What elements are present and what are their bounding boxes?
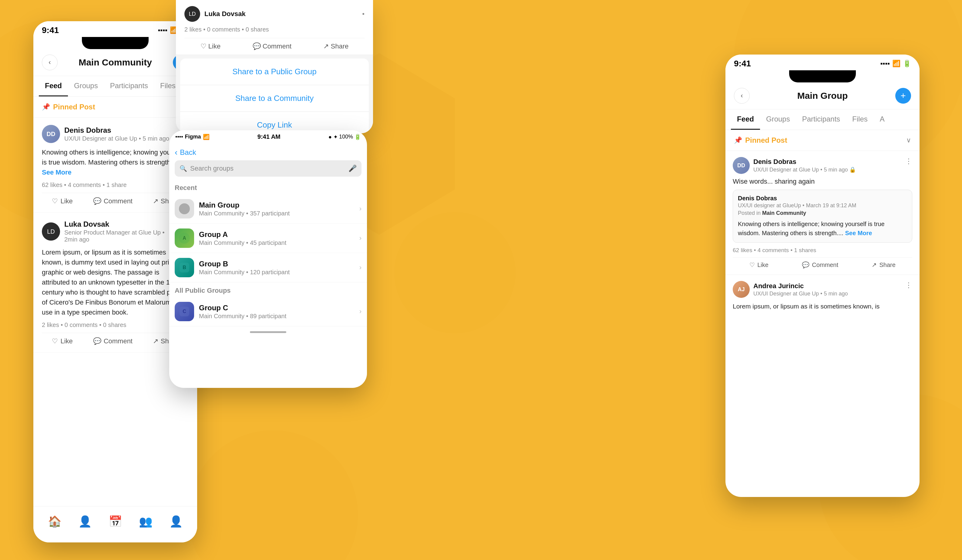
search-bar-groups[interactable]: 🔍 Search groups 🎤 bbox=[175, 160, 362, 177]
tab-participants-left[interactable]: Participants bbox=[104, 76, 154, 97]
tab-bar-left: Feed Groups Participants Files A bbox=[33, 76, 197, 97]
chevron-left-icon: ‹ bbox=[175, 148, 178, 157]
partial-like[interactable]: ♡ Like bbox=[200, 42, 221, 50]
signal-icon-right: ▪▪▪▪ bbox=[880, 60, 890, 68]
group-item-b[interactable]: B Group B Main Community • 120 participa… bbox=[169, 253, 367, 282]
pinned-section-left[interactable]: 📌 Pinned Post ∨ bbox=[33, 97, 197, 117]
share-icon-1: ↗ bbox=[153, 197, 158, 205]
avatar-luka-left: LD bbox=[42, 222, 60, 241]
group-name-a: Group A bbox=[199, 230, 359, 239]
tab-bar-right: Feed Groups Participants Files A bbox=[725, 109, 920, 130]
wifi-icon-figma: 📶 bbox=[203, 134, 210, 140]
share-sheet: Share to a Public Group Share to a Commu… bbox=[176, 55, 373, 134]
chevron-right-icon-b: › bbox=[359, 264, 362, 272]
author-info-1: Denis Dobras UX/UI Designer at Glue Up •… bbox=[64, 126, 169, 142]
wifi-icon-right: 📶 bbox=[892, 60, 901, 68]
tab-groups-right[interactable]: Groups bbox=[760, 109, 796, 130]
pin-icon-right: 📌 bbox=[734, 136, 742, 144]
author-name-1: Denis Dobras bbox=[64, 126, 169, 135]
group-avatar-a: A bbox=[175, 229, 194, 248]
partial-author-name: Luka Dovsak bbox=[204, 10, 246, 18]
page-title-right: Main Group bbox=[797, 91, 848, 101]
like-button-2[interactable]: ♡ Like bbox=[52, 337, 73, 345]
battery-bar-figma: 🔋 bbox=[354, 134, 361, 140]
mic-icon-groups[interactable]: 🎤 bbox=[349, 164, 357, 172]
group-a-icon: A bbox=[178, 232, 190, 244]
chevron-down-icon-right: ∨ bbox=[906, 136, 911, 144]
tab-more-right[interactable]: A bbox=[874, 109, 891, 130]
author-name-right-2: Andrea Jurincic bbox=[753, 282, 847, 290]
figma-status-right: ● ✦ 100% 🔋 bbox=[328, 134, 361, 140]
partial-stats: 2 likes • 0 comments • 0 shares bbox=[184, 26, 365, 33]
tab-feed-left[interactable]: Feed bbox=[39, 76, 68, 97]
partial-share[interactable]: ↗ Share bbox=[323, 42, 349, 50]
bottom-home-left[interactable]: 🏠 bbox=[48, 515, 61, 528]
like-button-1[interactable]: ♡ Like bbox=[52, 197, 73, 205]
search-input-groups[interactable]: Search groups bbox=[190, 164, 345, 172]
see-more-shared[interactable]: See More bbox=[845, 230, 872, 237]
post-text-right-2: Lorem ipsum, or lipsum as it is sometime… bbox=[733, 301, 912, 311]
like-button-right-1[interactable]: ♡ Like bbox=[749, 261, 768, 269]
post-actions-1: ♡ Like 💬 Comment ↗ Share bbox=[42, 193, 189, 205]
tab-participants-right[interactable]: Participants bbox=[796, 109, 846, 130]
back-button-search[interactable]: ‹ Back bbox=[169, 143, 367, 157]
comment-button-right-1[interactable]: 💬 Comment bbox=[802, 261, 838, 269]
nav-header-right: ‹ Main Group + bbox=[725, 82, 920, 109]
battery-icon-right: 🔋 bbox=[903, 60, 911, 68]
bottom-profile-left[interactable]: 👤 bbox=[169, 515, 183, 528]
post-intro-right-1: Wise words... sharing again bbox=[733, 178, 912, 185]
svg-text:C: C bbox=[182, 309, 186, 314]
status-icons-right: ▪▪▪▪ 📶 🔋 bbox=[880, 60, 911, 68]
bottom-groups-left[interactable]: 👥 bbox=[139, 515, 153, 528]
signal-icon: ▪▪▪▪ bbox=[158, 26, 168, 34]
post-right-2-author: AJ Andrea Jurincic UX/UI Designer at Glu… bbox=[733, 281, 847, 298]
see-more-1[interactable]: See More bbox=[42, 169, 71, 176]
heart-icon-2: ♡ bbox=[52, 337, 58, 345]
pin-icon-left: 📌 bbox=[42, 103, 50, 111]
figma-app-name: Figma bbox=[185, 134, 201, 140]
shared-post-preview: Denis Dobras UX/UI designer at GlueUp • … bbox=[733, 190, 912, 243]
more-button-right-2[interactable]: ⋮ bbox=[905, 281, 912, 290]
pinned-section-right[interactable]: 📌 Pinned Post ∨ bbox=[725, 130, 920, 151]
group-avatar-dot bbox=[179, 203, 190, 214]
partial-comment[interactable]: 💬 Comment bbox=[253, 42, 291, 50]
status-bar-right: 9:41 ▪▪▪▪ 📶 🔋 bbox=[725, 55, 920, 70]
group-item-a[interactable]: A Group A Main Community • 45 participan… bbox=[169, 224, 367, 253]
group-info-c: Group C Main Community • 89 participant bbox=[199, 304, 359, 320]
tab-feed-right[interactable]: Feed bbox=[731, 109, 760, 130]
more-button-right-1[interactable]: ⋮ bbox=[905, 157, 912, 166]
add-button-right[interactable]: + bbox=[895, 88, 911, 104]
share-button-right-1[interactable]: ↗ Share bbox=[872, 261, 895, 269]
post-right-1: DD Denis Dobras UX/UI Designer at Glue U… bbox=[725, 151, 920, 275]
pinned-label-left: 📌 Pinned Post bbox=[42, 103, 95, 111]
tab-groups-left[interactable]: Groups bbox=[68, 76, 104, 97]
partial-post-view: LD Luka Dovsak • 2 likes • 0 comments • … bbox=[176, 0, 373, 55]
post-text-1: Knowing others is intelligence; knowing … bbox=[42, 147, 189, 177]
svg-point-4 bbox=[394, 212, 516, 333]
bottom-people-left[interactable]: 👤 bbox=[78, 515, 92, 528]
share-to-community-option[interactable]: Share to a Community bbox=[180, 85, 369, 112]
author-meta-2: Senior Product Manager at Glue Up • 2min… bbox=[64, 229, 175, 243]
group-item-c[interactable]: C Group C Main Community • 89 participan… bbox=[169, 297, 367, 327]
chevron-right-icon-main: › bbox=[359, 205, 362, 213]
pinned-label-right: 📌 Pinned Post bbox=[734, 136, 787, 145]
comment-button-1[interactable]: 💬 Comment bbox=[93, 197, 132, 205]
shared-location-right: Posted in Main Community bbox=[738, 210, 907, 216]
lock-icon-right: 🔒 bbox=[849, 167, 856, 173]
group-meta-main: Main Community • 357 participant bbox=[199, 210, 359, 217]
post-right-2: AJ Andrea Jurincic UX/UI Designer at Glu… bbox=[725, 275, 920, 317]
svg-text:B: B bbox=[182, 265, 186, 270]
shared-meta-right: UX/UI designer at GlueUp • March 19 at 9… bbox=[738, 203, 907, 209]
figma-status-left: ▪▪▪▪ Figma 📶 bbox=[175, 134, 210, 140]
share-icon-right-1: ↗ bbox=[872, 261, 877, 269]
bottom-calendar-left[interactable]: 📅 bbox=[108, 515, 122, 528]
back-button-left[interactable]: ‹ bbox=[42, 55, 58, 70]
share-to-public-group-option[interactable]: Share to a Public Group bbox=[180, 58, 369, 85]
comment-button-2[interactable]: 💬 Comment bbox=[93, 337, 132, 345]
author-block-right-1: Denis Dobras UX/UI Designer at Glue Up •… bbox=[753, 158, 856, 173]
search-icon-groups: 🔍 bbox=[179, 165, 187, 172]
group-item-main[interactable]: Main Group Main Community • 357 particip… bbox=[169, 194, 367, 224]
group-b-icon: B bbox=[178, 262, 190, 274]
tab-files-right[interactable]: Files bbox=[846, 109, 874, 130]
back-button-right[interactable]: ‹ bbox=[734, 88, 750, 104]
